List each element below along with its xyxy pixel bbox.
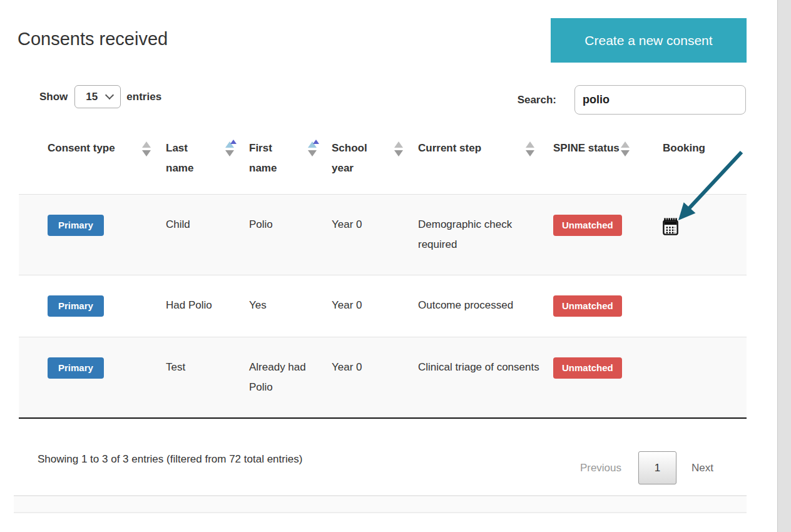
spine-status-badge: Unmatched [553, 215, 622, 236]
create-consent-button[interactable]: Create a new consent [551, 18, 747, 63]
table-header-row: Consent type Last name First name [19, 125, 747, 195]
table-row: Primary Child Polio Year 0 Demographic c… [19, 195, 747, 275]
first-name-cell: Already had Polio [249, 337, 332, 419]
consents-table: Consent type Last name First name [19, 125, 747, 419]
consent-type-badge: Primary [48, 215, 104, 236]
sort-icon[interactable] [394, 141, 403, 156]
page-length-control: Show 15 entries [39, 85, 161, 108]
pagination: Previous 1 Next [580, 451, 713, 484]
calendar-icon [663, 218, 678, 235]
column-header-spine-status[interactable]: SPINE status [549, 125, 660, 195]
show-label: Show [39, 85, 68, 108]
table-footer: Showing 1 to 3 of 3 entries (filtered fr… [19, 437, 747, 484]
consent-type-badge: Primary [48, 357, 104, 379]
current-step-cell: Outcome processed [418, 275, 549, 337]
spine-status-badge: Unmatched [553, 295, 622, 317]
sort-icon[interactable] [621, 141, 630, 156]
column-header-booking: Booking [660, 125, 747, 195]
booking-calendar-button[interactable] [663, 218, 678, 235]
sort-icon[interactable] [142, 141, 151, 156]
search-control: Search: [518, 85, 746, 115]
entries-label: entries [126, 85, 161, 108]
current-step-cell: Clinical triage of consents [418, 337, 549, 419]
column-header-school-year[interactable]: School year [332, 125, 418, 195]
sort-icon-ascending[interactable] [308, 141, 317, 156]
sort-icon-ascending[interactable] [225, 141, 234, 156]
first-name-cell: Polio [249, 195, 332, 275]
pagination-previous-button[interactable]: Previous [580, 462, 621, 474]
entries-summary: Showing 1 to 3 of 3 entries (filtered fr… [38, 451, 302, 468]
column-header-current-step[interactable]: Current step [418, 125, 549, 195]
last-name-cell: Had Polio [166, 275, 249, 337]
sort-icon[interactable] [526, 141, 534, 156]
school-year-cell: Year 0 [332, 275, 418, 337]
last-name-cell: Test [166, 337, 249, 419]
last-name-cell: Child [166, 195, 249, 275]
school-year-cell: Year 0 [332, 195, 418, 275]
search-input[interactable] [574, 85, 746, 115]
spine-status-badge: Unmatched [553, 357, 622, 379]
page-length-select[interactable]: 15 [74, 85, 121, 108]
current-step-cell: Demographic check required [418, 195, 549, 275]
table-row: Primary Had Polio Yes Year 0 Outcome pro… [19, 275, 747, 337]
column-header-consent-type[interactable]: Consent type [19, 125, 166, 195]
collapsed-panel-strip [14, 495, 747, 513]
pagination-next-button[interactable]: Next [691, 462, 713, 474]
school-year-cell: Year 0 [332, 337, 418, 419]
search-label: Search: [518, 85, 556, 115]
first-name-cell: Yes [249, 275, 332, 337]
consents-page: Consents received Create a new consent S… [0, 0, 791, 532]
pagination-page-1-button[interactable]: 1 [638, 451, 676, 484]
page-title: Consents received [18, 29, 168, 49]
table-row: Primary Test Already had Polio Year 0 Cl… [19, 337, 747, 419]
scrollbar-track[interactable] [777, 0, 791, 532]
column-header-last-name[interactable]: Last name [166, 125, 249, 195]
column-header-first-name[interactable]: First name [249, 125, 332, 195]
consent-type-badge: Primary [48, 295, 104, 317]
